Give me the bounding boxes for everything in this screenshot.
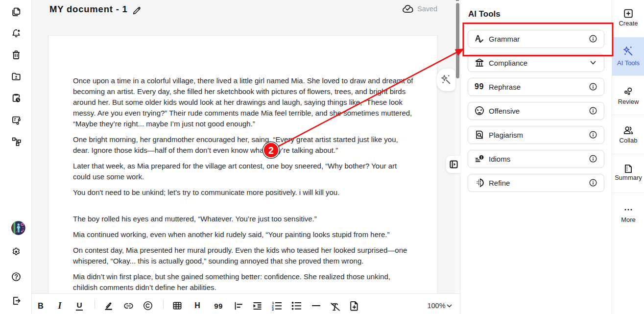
svg-text:2: 2 bbox=[268, 145, 274, 156]
